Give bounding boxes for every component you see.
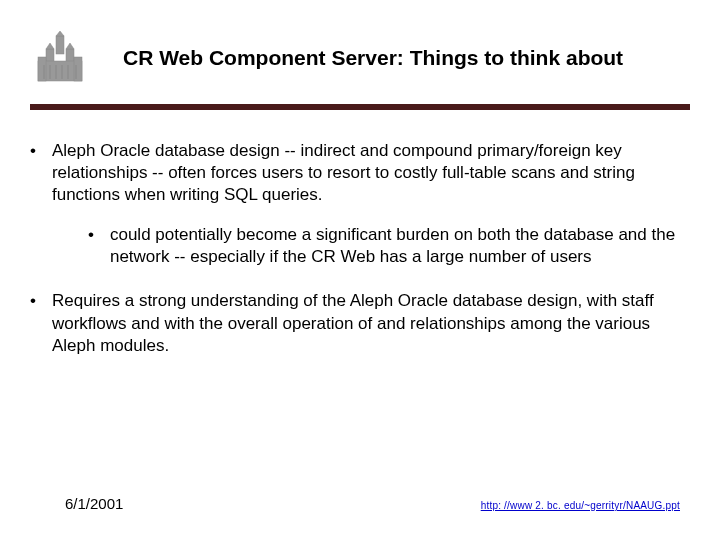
svg-rect-0 xyxy=(56,36,64,54)
svg-marker-3 xyxy=(46,43,54,49)
svg-rect-8 xyxy=(74,57,82,81)
slide-body: • Aleph Oracle database design -- indire… xyxy=(0,110,720,357)
footer-date: 6/1/2001 xyxy=(65,495,123,512)
svg-marker-5 xyxy=(66,43,74,49)
svg-rect-7 xyxy=(38,57,46,81)
slide-footer: 6/1/2001 http: //www 2. bc. edu/~gerrity… xyxy=(0,495,720,512)
bullet-level2: • could potentially become a significant… xyxy=(88,224,690,268)
slide-title: CR Web Component Server: Things to think… xyxy=(123,46,623,70)
bullet-text: Requires a strong understanding of the A… xyxy=(42,290,690,356)
svg-marker-1 xyxy=(56,31,64,36)
bullet-dot-icon: • xyxy=(30,290,36,356)
cathedral-logo-icon xyxy=(25,28,95,88)
bullet-dot-icon: • xyxy=(30,140,36,206)
bullet-level1: • Requires a strong understanding of the… xyxy=(30,290,690,356)
bullet-text: could potentially become a significant b… xyxy=(100,224,690,268)
bullet-dot-icon: • xyxy=(88,224,94,268)
bullet-level1: • Aleph Oracle database design -- indire… xyxy=(30,140,690,206)
bullet-text: Aleph Oracle database design -- indirect… xyxy=(42,140,690,206)
footer-link[interactable]: http: //www 2. bc. edu/~gerrityr/NAAUG.p… xyxy=(481,500,680,511)
slide-header: CR Web Component Server: Things to think… xyxy=(0,0,720,98)
